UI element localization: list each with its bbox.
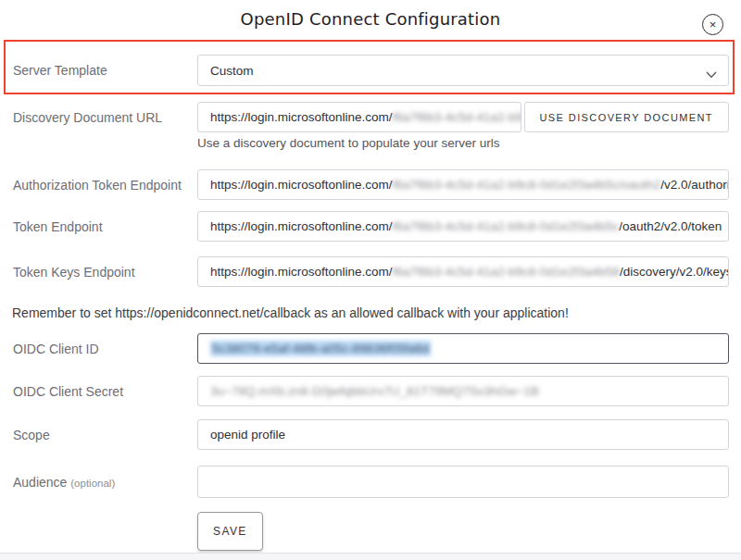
token-endpoint-input[interactable]: https://login.microsoftonline.com/f6a7f8…: [197, 211, 729, 242]
token-keys-endpoint-redacted: f6a7f8b3-4c5d-41a2-b9c8-0d1e2f3a4b58: [393, 265, 620, 279]
audience-input[interactable]: [197, 466, 729, 498]
token-keys-endpoint-prefix: https://login.microsoftonline.com/: [210, 265, 393, 279]
audience-optional-note: (optional): [70, 478, 115, 489]
token-endpoint-prefix: https://login.microsoftonline.com/: [210, 219, 393, 233]
use-discovery-document-button[interactable]: USE DISCOVERY DOCUMENT: [524, 102, 729, 132]
discovery-url-prefix: https://login.microsoftonline.com/: [210, 110, 393, 124]
token-keys-endpoint-input[interactable]: https://login.microsoftonline.com/f6a7f8…: [197, 256, 729, 287]
chevron-down-icon: [706, 68, 717, 81]
discovery-helper-text: Use a discovery document to populate you…: [0, 136, 741, 151]
discovery-url-redacted: f6a7f8b3-4c5d-41a2-b9c8-0d1e2f3a4b: [393, 110, 521, 124]
token-endpoint-row: Token Endpoint https://login.microsofton…: [0, 211, 741, 242]
client-secret-input[interactable]: 3u~78Q.mXb.zn8.G0jwfqbbUrv7U_81T79MQ7Sv3…: [197, 376, 729, 406]
client-id-label: OIDC Client ID: [13, 342, 197, 356]
discovery-url-input[interactable]: https://login.microsoftonline.com/f6a7f8…: [197, 102, 521, 132]
save-row: SAVE: [0, 512, 741, 551]
close-icon: ×: [710, 19, 717, 31]
save-button[interactable]: SAVE: [197, 512, 263, 551]
authorization-endpoint-suffix: /v2.0/authorize: [660, 178, 729, 192]
scope-input[interactable]: [197, 419, 729, 450]
token-keys-endpoint-label: Token Keys Endpoint: [13, 265, 197, 280]
scope-label: Scope: [13, 428, 197, 442]
token-endpoint-label: Token Endpoint: [13, 219, 197, 234]
server-template-select[interactable]: Custom: [197, 55, 729, 86]
dialog-header: OpenID Connect Configuration ×: [0, 0, 741, 31]
client-id-redacted-selected: 5c38076-e5af-48fb-a05c-89836f05fa6d: [210, 341, 431, 356]
token-endpoint-redacted: f6a7f8b3-4c5d-41a2-b9c8-0d1e2f3a4b5c: [393, 219, 620, 233]
authorization-endpoint-input[interactable]: https://login.microsoftonline.com/f6a7f8…: [197, 169, 729, 200]
scope-row: Scope: [0, 419, 741, 450]
server-template-selected-value: Custom: [210, 64, 254, 78]
server-template-row: Server Template Custom: [0, 55, 741, 86]
token-keys-endpoint-row: Token Keys Endpoint https://login.micros…: [0, 256, 741, 287]
client-secret-redacted: 3u~78Q.mXb.zn8.G0jwfqbbUrv7U_81T79MQ7Sv3…: [210, 384, 539, 398]
callback-note: Remember to set https://openidconnect.ne…: [0, 305, 741, 321]
config-form: Server Template Custom Discovery Documen…: [0, 55, 741, 551]
audience-row: Audience (optional): [0, 466, 741, 498]
audience-label: Audience (optional): [13, 475, 197, 490]
client-id-row: OIDC Client ID 5c38076-e5af-48fb-a05c-89…: [0, 333, 741, 364]
dialog-title: OpenID Connect Configuration: [0, 9, 741, 29]
openid-config-dialog: OpenID Connect Configuration × Server Te…: [0, 0, 741, 560]
discovery-url-row: Discovery Document URL https://login.mic…: [0, 102, 741, 132]
page-background-strip: [0, 553, 741, 560]
client-id-input[interactable]: 5c38076-e5af-48fb-a05c-89836f05fa6d: [197, 333, 729, 364]
authorization-endpoint-prefix: https://login.microsoftonline.com/: [210, 178, 393, 192]
token-endpoint-suffix: /oauth2/v2.0/token: [619, 219, 722, 233]
authorization-endpoint-label: Authorization Token Endpoint: [13, 178, 197, 193]
client-secret-row: OIDC Client Secret 3u~78Q.mXb.zn8.G0jwfq…: [0, 376, 741, 406]
audience-label-text: Audience: [13, 475, 67, 490]
close-button[interactable]: ×: [702, 14, 723, 35]
client-secret-label: OIDC Client Secret: [13, 384, 197, 399]
authorization-endpoint-row: Authorization Token Endpoint https://log…: [0, 169, 741, 200]
token-keys-endpoint-suffix: /discovery/v2.0/keys: [620, 265, 729, 279]
discovery-url-label: Discovery Document URL: [13, 110, 197, 125]
authorization-endpoint-redacted: f6a7f8b3-4c5d-41a2-b9c8-0d1e2f3a4b5c/oau…: [393, 178, 661, 192]
server-template-label: Server Template: [13, 63, 197, 78]
